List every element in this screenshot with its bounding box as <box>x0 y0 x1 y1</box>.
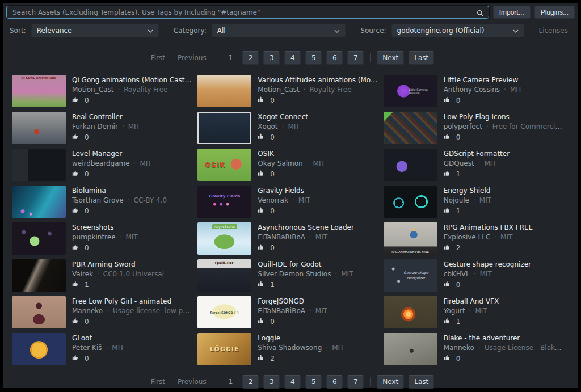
asset-thumbnail[interactable]: Little Camera Preview <box>384 75 437 107</box>
source-dropdown[interactable]: godotengine.org (Official) <box>391 24 524 37</box>
asset-license: Royalty Free <box>300 86 352 94</box>
asset-title[interactable]: Little Camera Preview <box>444 76 522 84</box>
asset-title[interactable]: Level Manager <box>72 150 152 158</box>
next-page-button[interactable]: Next <box>377 375 404 389</box>
asset-thumbnail[interactable]: Quill-IDE <box>197 259 251 292</box>
asset-thumbnail[interactable] <box>384 149 437 181</box>
thumbnail-label: QI GONG ANIMATIONS <box>22 76 57 79</box>
asset-thumbnail[interactable] <box>197 75 251 107</box>
page-button-4[interactable]: 4 <box>284 375 301 389</box>
page-button-7[interactable]: 7 <box>347 375 364 389</box>
page-button-6[interactable]: 6 <box>326 51 343 65</box>
asset-title[interactable]: Biolumina <box>72 187 167 195</box>
asset-title[interactable]: Asynchronous Scene Loader <box>258 224 354 231</box>
page-button-3[interactable]: 3 <box>263 375 280 389</box>
asset-thumbnail[interactable]: Gravity Fields <box>197 186 251 218</box>
asset-license: MIT <box>465 307 487 315</box>
asset-title[interactable]: Energy Shield <box>444 187 491 195</box>
asset-thumbnail[interactable] <box>12 186 66 218</box>
plugins-button[interactable]: Plugins... <box>534 6 575 19</box>
asset-title[interactable]: RPG Animations FBX FREE <box>444 224 533 231</box>
asset-thumbnail[interactable] <box>12 222 66 255</box>
asset-thumbnail[interactable] <box>384 333 437 365</box>
asset-meta: Asynchronous Scene LoaderEiTaNBaRiBoAMIT… <box>258 222 359 255</box>
asset-thumbnail[interactable]: RPG ANIMATION FBX FREE <box>384 222 437 255</box>
asset-meta: ForgeJSONGDEiTaNBaRiBoAMIT0 <box>258 296 332 328</box>
asset-license: MIT <box>102 344 124 352</box>
page-button-5[interactable]: 5 <box>305 375 322 389</box>
page-button-5[interactable]: 5 <box>305 51 322 65</box>
asset-meta: Free Low Poly Girl - animatedMannekoUsag… <box>72 296 197 328</box>
asset-author: EiTaNBaRiBoA <box>258 233 305 241</box>
asset-license: Free for Commercial Use Lic... <box>482 123 565 130</box>
import-button[interactable]: Import... <box>493 6 531 19</box>
asset-card: Gesture shape recognizerGesture shape re… <box>384 259 569 292</box>
page-button-3[interactable]: 3 <box>263 51 280 65</box>
page-button-7[interactable]: 7 <box>347 51 364 65</box>
asset-author: cbKHVL <box>444 270 470 278</box>
asset-likes: 1 <box>444 206 491 215</box>
asset-thumbnail[interactable]: AsyncScene <box>197 222 251 255</box>
asset-title[interactable]: Blake - the adventurer <box>444 334 565 342</box>
asset-likes: 1 <box>444 170 510 178</box>
asset-license: MIT <box>116 233 138 241</box>
asset-title[interactable]: Gesture shape recognizer <box>444 260 531 268</box>
asset-title[interactable]: Real Controller <box>72 113 140 121</box>
asset-thumbnail[interactable]: LÖGGIE <box>197 333 251 365</box>
asset-title[interactable]: Xogot Connect <box>258 113 308 121</box>
asset-thumbnail[interactable]: OSIK <box>197 149 251 181</box>
pagination-divider <box>370 53 371 62</box>
asset-likes: 0 <box>72 170 152 178</box>
asset-title[interactable]: GDScript Formatter <box>444 150 510 158</box>
asset-thumbnail[interactable] <box>12 333 66 365</box>
search-field[interactable] <box>6 6 489 19</box>
source-label: Source: <box>360 27 386 35</box>
asset-card: Real ControllerFurkan DemirMIT0 <box>12 112 197 144</box>
asset-title[interactable]: GLoot <box>72 334 124 342</box>
asset-title[interactable]: Quill-IDE for Godot <box>258 260 353 268</box>
asset-author: Silver Demon Studios <box>258 270 331 278</box>
page-button-4[interactable]: 4 <box>284 51 301 65</box>
asset-title[interactable]: ForgeJSONGD <box>258 297 327 305</box>
last-page-button[interactable]: Last <box>409 375 434 389</box>
asset-thumbnail[interactable] <box>197 112 251 144</box>
page-button-2[interactable]: 2 <box>242 375 259 389</box>
asset-license: Royality Free <box>113 86 167 94</box>
asset-thumbnail[interactable] <box>12 112 66 144</box>
likes-count: 0 <box>270 133 275 141</box>
likes-count: 0 <box>456 133 461 141</box>
page-button-2[interactable]: 2 <box>242 51 259 65</box>
asset-title[interactable]: OSIK <box>258 150 325 158</box>
asset-title[interactable]: Screenshots <box>72 224 138 231</box>
asset-byline: Okay SalmonMIT <box>258 159 325 167</box>
asset-title[interactable]: Free Low Poly Girl - animated <box>72 297 193 305</box>
asset-thumbnail[interactable]: Forge.JSONGD { } <box>197 296 251 328</box>
asset-title[interactable]: Low Poly Flag Icons <box>444 113 565 121</box>
last-page-button[interactable]: Last <box>409 51 434 65</box>
asset-title[interactable]: Loggie <box>258 334 344 342</box>
asset-thumbnail[interactable]: Gesture shape recognizer <box>384 259 437 292</box>
asset-author: Venorrak <box>258 196 288 204</box>
asset-thumbnail[interactable] <box>12 296 66 328</box>
asset-thumbnail[interactable] <box>12 149 66 181</box>
asset-meta: GLootPeter KišMIT0 <box>72 333 129 365</box>
asset-likes: 0 <box>72 133 140 141</box>
asset-title[interactable]: PBR Arming Sword <box>72 260 164 268</box>
search-input[interactable] <box>11 8 473 17</box>
asset-title[interactable]: Fireball And VFX <box>444 297 499 305</box>
asset-title[interactable]: Gravity Fields <box>258 187 310 195</box>
licenses-button[interactable]: Licenses <box>539 27 569 35</box>
asset-likes: 0 <box>258 243 354 252</box>
asset-title[interactable]: Qi Gong animations (Motion Cast - FREE02… <box>72 76 193 84</box>
asset-thumbnail[interactable] <box>12 259 66 292</box>
page-button-6[interactable]: 6 <box>326 375 343 389</box>
asset-likes: 0 <box>72 354 124 363</box>
asset-title[interactable]: Various Attitudes animations (Motion Cas… <box>258 76 378 84</box>
asset-thumbnail[interactable] <box>384 112 437 144</box>
asset-thumbnail[interactable] <box>384 296 437 328</box>
asset-thumbnail[interactable] <box>384 186 437 218</box>
category-dropdown[interactable]: All <box>212 24 346 37</box>
asset-thumbnail[interactable]: QI GONG ANIMATIONS <box>12 75 66 107</box>
next-page-button[interactable]: Next <box>377 51 404 65</box>
sort-dropdown[interactable]: Relevance <box>31 24 159 37</box>
